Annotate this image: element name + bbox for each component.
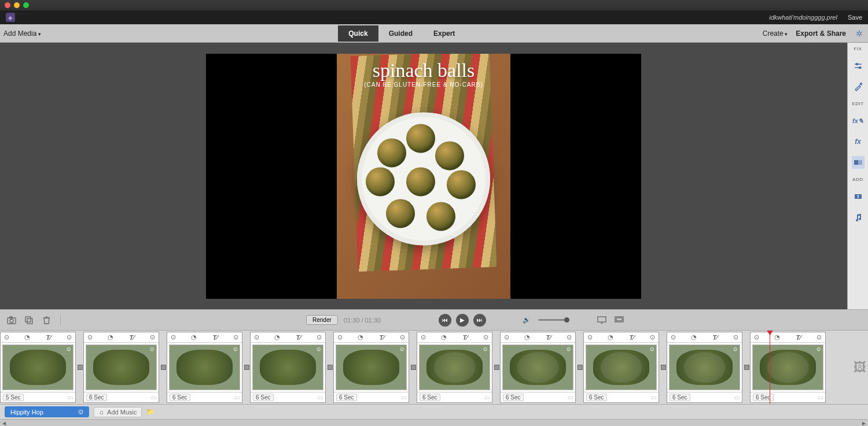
clip-clock-icon[interactable]: ◔ [774, 334, 781, 341]
clip-clock-icon[interactable]: ◔ [107, 334, 114, 341]
clip-thumbnail[interactable]: ⊙ [336, 344, 407, 390]
music-icon[interactable] [852, 211, 865, 224]
transition-slot[interactable] [494, 332, 500, 403]
clip-menu-left-icon[interactable]: ⊙ [420, 334, 426, 341]
clip-duration-value[interactable]: 6 Sec [420, 394, 440, 401]
next-frame-button[interactable]: ⏭ [473, 314, 486, 327]
tab-quick[interactable]: Quick [338, 25, 378, 42]
clip-text-icon[interactable]: T⁄ [545, 334, 552, 341]
fx-pencil-icon[interactable]: fx✎ [852, 114, 865, 127]
clip-duration-value[interactable]: 6 Sec [336, 394, 357, 401]
clip-card-icon[interactable]: ▭ [68, 394, 73, 401]
clip-thumbnail[interactable]: ⊙ [669, 344, 740, 390]
clip-thumb-menu-icon[interactable]: ⊙ [816, 346, 821, 352]
clip-menu-left-icon[interactable]: ⊙ [586, 334, 593, 341]
clip-text-icon[interactable]: T⁄ [712, 334, 719, 341]
preview-canvas[interactable]: spinach balls (CAN BE GLUTEN-FREE & NO-C… [206, 54, 641, 299]
timeline-clip[interactable]: ⊙ ◔ T⁄ ⊙ ⊙ 6 Sec ▭ [250, 332, 326, 403]
transitions-icon[interactable] [852, 156, 865, 169]
clip-menu-right-icon[interactable]: ⊙ [233, 334, 240, 341]
clip-thumb-menu-icon[interactable]: ⊙ [67, 346, 71, 352]
clip-text-icon[interactable]: T⁄ [462, 334, 469, 341]
audio-track-selector[interactable]: Hippity Hop [5, 406, 89, 417]
settings-gear-icon[interactable]: ✲ [854, 28, 865, 39]
minimize-window-icon[interactable] [14, 2, 20, 8]
timeline-clip[interactable]: ⊙ ◔ T⁄ ⊙ ⊙ 5 Sec ▭ [0, 332, 76, 403]
clip-menu-left-icon[interactable]: ⊙ [3, 334, 10, 341]
clip-duration-value[interactable]: 6 Sec [753, 394, 774, 401]
adjust-sliders-icon[interactable] [852, 60, 865, 72]
timeline-clip[interactable]: ⊙ ◔ T⁄ ⊙ ⊙ 6 Sec ▭ [750, 332, 826, 403]
clip-card-icon[interactable]: ▭ [234, 394, 240, 401]
duplicate-icon[interactable] [23, 314, 35, 326]
clip-text-icon[interactable]: T⁄ [628, 334, 635, 341]
clip-text-icon[interactable]: T⁄ [45, 334, 52, 341]
horizontal-scrollbar[interactable]: ◀ ▶ [0, 419, 868, 426]
transition-slot[interactable] [77, 332, 83, 403]
clip-text-icon[interactable]: T⁄ [128, 334, 135, 341]
clip-text-icon[interactable]: T⁄ [378, 334, 385, 341]
clip-menu-right-icon[interactable]: ⊙ [66, 334, 73, 341]
clip-menu-right-icon[interactable]: ⊙ [733, 334, 740, 341]
transition-slot[interactable] [327, 332, 333, 403]
save-button[interactable]: Save [848, 14, 862, 21]
titles-icon[interactable]: T [852, 190, 865, 203]
clip-thumbnail[interactable]: ⊙ [252, 344, 323, 390]
clip-menu-right-icon[interactable]: ⊙ [649, 334, 656, 341]
clip-thumb-menu-icon[interactable]: ⊙ [150, 346, 155, 352]
clip-thumbnail[interactable]: ⊙ [169, 344, 240, 390]
clip-clock-icon[interactable]: ◔ [690, 334, 697, 341]
scroll-right-icon[interactable]: ▶ [862, 421, 866, 426]
timeline-clip[interactable]: ⊙ ◔ T⁄ ⊙ ⊙ 6 Sec ▭ [83, 332, 159, 403]
volume-slider[interactable] [538, 319, 567, 321]
clip-thumbnail[interactable]: ⊙ [502, 344, 573, 390]
snapshot-icon[interactable] [6, 314, 17, 326]
clip-clock-icon[interactable]: ◔ [607, 334, 614, 341]
clip-thumbnail[interactable]: ⊙ [586, 344, 657, 390]
clip-menu-left-icon[interactable]: ⊙ [253, 334, 260, 341]
transition-slot[interactable] [160, 332, 167, 403]
clip-menu-right-icon[interactable]: ⊙ [816, 334, 823, 341]
tools-icon[interactable] [852, 80, 865, 93]
clip-card-icon[interactable]: ▭ [401, 394, 406, 401]
timeline-clip[interactable]: ⊙ ◔ T⁄ ⊙ ⊙ 6 Sec ▭ [500, 332, 576, 403]
clip-thumb-menu-icon[interactable]: ⊙ [400, 346, 404, 352]
clip-menu-right-icon[interactable]: ⊙ [483, 334, 490, 341]
create-menu[interactable]: Create [763, 29, 788, 38]
clip-card-icon[interactable]: ▭ [151, 394, 156, 401]
scroll-left-icon[interactable]: ◀ [2, 421, 6, 426]
folder-icon[interactable]: 📁 [146, 408, 155, 416]
clip-thumb-menu-icon[interactable]: ⊙ [233, 346, 238, 352]
clip-menu-left-icon[interactable]: ⊙ [753, 334, 760, 341]
clip-duration-value[interactable]: 6 Sec [170, 394, 190, 401]
transition-slot[interactable] [660, 332, 667, 403]
volume-icon[interactable]: 🔊 [521, 314, 532, 326]
clip-duration-value[interactable]: 6 Sec [503, 394, 524, 401]
timeline-clip[interactable]: ⊙ ◔ T⁄ ⊙ ⊙ 6 Sec ▭ [667, 332, 742, 403]
clip-text-icon[interactable]: T⁄ [795, 334, 802, 341]
add-media-menu[interactable]: Add Media [3, 29, 41, 38]
clip-thumb-menu-icon[interactable]: ⊙ [733, 346, 738, 352]
timeline-clip[interactable]: ⊙ ◔ T⁄ ⊙ ⊙ 6 Sec ▭ [417, 332, 492, 403]
clip-duration-value[interactable]: 6 Sec [253, 394, 274, 401]
trash-icon[interactable] [41, 314, 52, 326]
clip-card-icon[interactable]: ▭ [651, 394, 656, 401]
export-share-button[interactable]: Export & Share [796, 29, 846, 38]
transition-slot[interactable] [577, 332, 583, 403]
play-button[interactable]: ▶ [456, 314, 469, 327]
clip-duration-value[interactable]: 6 Sec [670, 394, 690, 401]
clip-thumbnail[interactable]: ⊙ [2, 344, 73, 390]
clip-thumbnail[interactable]: ⊙ [752, 344, 823, 390]
timeline-clip[interactable]: ⊙ ◔ T⁄ ⊙ ⊙ 6 Sec ▭ [583, 332, 659, 403]
timeline[interactable]: ⊙ ◔ T⁄ ⊙ ⊙ 5 Sec ▭ ⊙ ◔ T⁄ ⊙ ⊙ 6 Sec ▭ [0, 330, 868, 404]
clip-menu-right-icon[interactable]: ⊙ [399, 334, 406, 341]
clip-clock-icon[interactable]: ◔ [274, 334, 281, 341]
clip-clock-icon[interactable]: ◔ [24, 334, 31, 341]
close-window-icon[interactable] [5, 2, 10, 8]
clip-card-icon[interactable]: ▭ [484, 394, 490, 401]
prev-frame-button[interactable]: ⏮ [439, 314, 451, 327]
tab-expert[interactable]: Expert [423, 25, 465, 42]
clip-menu-left-icon[interactable]: ⊙ [86, 334, 93, 341]
maximize-window-icon[interactable] [23, 2, 29, 8]
clip-thumbnail[interactable]: ⊙ [419, 344, 490, 390]
